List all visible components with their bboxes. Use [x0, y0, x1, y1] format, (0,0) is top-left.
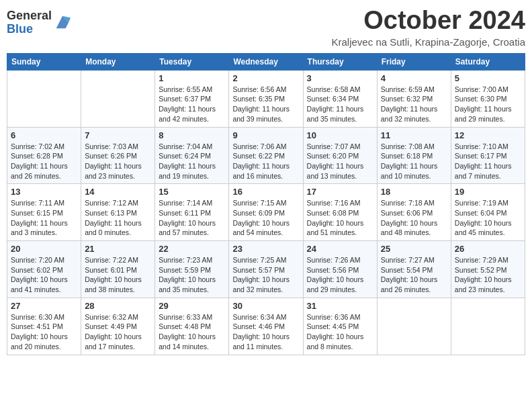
calendar-cell [81, 70, 155, 127]
day-number: 6 [11, 130, 77, 140]
calendar-cell: 21Sunrise: 7:22 AMSunset: 6:01 PMDayligh… [81, 241, 155, 298]
day-info: Sunrise: 7:06 AMSunset: 6:22 PMDaylight:… [232, 142, 299, 181]
day-info: Sunrise: 7:10 AMSunset: 6:17 PMDaylight:… [455, 142, 521, 181]
day-number: 14 [85, 187, 151, 197]
day-number: 21 [85, 244, 151, 254]
day-number: 15 [159, 187, 225, 197]
day-info: Sunrise: 7:16 AMSunset: 6:08 PMDaylight:… [307, 198, 373, 238]
day-info: Sunrise: 7:11 AMSunset: 6:15 PMDaylight:… [11, 198, 77, 238]
day-info: Sunrise: 7:04 AMSunset: 6:24 PMDaylight:… [159, 142, 225, 181]
day-info: Sunrise: 7:26 AMSunset: 5:56 PMDaylight:… [307, 255, 373, 295]
day-number: 17 [307, 187, 373, 197]
calendar-header-thursday: Thursday [303, 53, 377, 70]
day-info: Sunrise: 7:15 AMSunset: 6:09 PMDaylight:… [232, 198, 299, 238]
calendar-week-1: 1Sunrise: 6:55 AMSunset: 6:37 PMDaylight… [7, 70, 525, 127]
day-info: Sunrise: 6:36 AMSunset: 4:45 PMDaylight:… [307, 312, 373, 352]
title-section: October 2024 Kraljevec na Sutli, Krapina… [332, 7, 525, 48]
day-info: Sunrise: 7:29 AMSunset: 5:52 PMDaylight:… [455, 255, 521, 295]
calendar-cell [7, 70, 81, 127]
location-title: Kraljevec na Sutli, Krapina-Zagorje, Cro… [332, 36, 525, 48]
calendar-week-5: 27Sunrise: 6:30 AMSunset: 4:51 PMDayligh… [7, 298, 525, 355]
day-number: 20 [11, 244, 77, 254]
day-info: Sunrise: 7:23 AMSunset: 5:59 PMDaylight:… [159, 255, 225, 295]
day-number: 8 [159, 130, 225, 140]
day-number: 28 [85, 301, 151, 311]
day-number: 13 [11, 187, 77, 197]
calendar-cell: 9Sunrise: 7:06 AMSunset: 6:22 PMDaylight… [229, 127, 303, 184]
calendar-header-saturday: Saturday [451, 53, 525, 70]
calendar-week-3: 13Sunrise: 7:11 AMSunset: 6:15 PMDayligh… [7, 184, 525, 241]
day-number: 3 [307, 73, 373, 83]
day-number: 29 [159, 301, 225, 311]
day-info: Sunrise: 6:34 AMSunset: 4:46 PMDaylight:… [232, 312, 299, 352]
day-number: 10 [307, 130, 373, 140]
calendar-cell: 22Sunrise: 7:23 AMSunset: 5:59 PMDayligh… [155, 241, 229, 298]
day-info: Sunrise: 7:00 AMSunset: 6:30 PMDaylight:… [455, 85, 521, 124]
calendar-cell: 8Sunrise: 7:04 AMSunset: 6:24 PMDaylight… [155, 127, 229, 184]
day-info: Sunrise: 6:58 AMSunset: 6:34 PMDaylight:… [307, 85, 373, 124]
calendar-cell: 28Sunrise: 6:32 AMSunset: 4:49 PMDayligh… [81, 298, 155, 355]
day-info: Sunrise: 7:19 AMSunset: 6:04 PMDaylight:… [455, 198, 521, 238]
day-info: Sunrise: 7:27 AMSunset: 5:54 PMDaylight:… [381, 255, 447, 295]
day-info: Sunrise: 6:33 AMSunset: 4:48 PMDaylight:… [159, 312, 225, 352]
calendar-cell: 25Sunrise: 7:27 AMSunset: 5:54 PMDayligh… [377, 241, 451, 298]
day-number: 22 [159, 244, 225, 254]
day-number: 26 [455, 244, 521, 254]
day-info: Sunrise: 7:25 AMSunset: 5:57 PMDaylight:… [232, 255, 299, 295]
logo: General Blue [7, 9, 72, 36]
day-number: 16 [232, 187, 299, 197]
day-info: Sunrise: 6:55 AMSunset: 6:37 PMDaylight:… [159, 85, 225, 124]
calendar-cell: 24Sunrise: 7:26 AMSunset: 5:56 PMDayligh… [303, 241, 377, 298]
calendar-header-wednesday: Wednesday [229, 53, 303, 70]
logo-blue: Blue [7, 23, 52, 36]
calendar-header-sunday: Sunday [7, 53, 81, 70]
day-number: 18 [381, 187, 447, 197]
day-info: Sunrise: 6:32 AMSunset: 4:49 PMDaylight:… [85, 312, 151, 352]
calendar-cell: 11Sunrise: 7:08 AMSunset: 6:18 PMDayligh… [377, 127, 451, 184]
page-header: General Blue October 2024 Kraljevec na S… [7, 7, 525, 48]
day-info: Sunrise: 7:18 AMSunset: 6:06 PMDaylight:… [381, 198, 447, 238]
day-info: Sunrise: 7:22 AMSunset: 6:01 PMDaylight:… [85, 255, 151, 295]
day-number: 4 [381, 73, 447, 83]
calendar-cell: 30Sunrise: 6:34 AMSunset: 4:46 PMDayligh… [229, 298, 303, 355]
day-info: Sunrise: 6:59 AMSunset: 6:32 PMDaylight:… [381, 85, 447, 124]
calendar-week-4: 20Sunrise: 7:20 AMSunset: 6:02 PMDayligh… [7, 241, 525, 298]
calendar-week-2: 6Sunrise: 7:02 AMSunset: 6:28 PMDaylight… [7, 127, 525, 184]
calendar-cell: 27Sunrise: 6:30 AMSunset: 4:51 PMDayligh… [7, 298, 81, 355]
calendar-cell: 23Sunrise: 7:25 AMSunset: 5:57 PMDayligh… [229, 241, 303, 298]
calendar-cell: 20Sunrise: 7:20 AMSunset: 6:02 PMDayligh… [7, 241, 81, 298]
calendar-cell: 18Sunrise: 7:18 AMSunset: 6:06 PMDayligh… [377, 184, 451, 241]
calendar-cell: 2Sunrise: 6:56 AMSunset: 6:35 PMDaylight… [229, 70, 303, 127]
day-number: 5 [455, 73, 521, 83]
day-number: 31 [307, 301, 373, 311]
day-number: 2 [232, 73, 299, 83]
day-info: Sunrise: 7:07 AMSunset: 6:20 PMDaylight:… [307, 142, 373, 181]
day-number: 11 [381, 130, 447, 140]
calendar-cell: 15Sunrise: 7:14 AMSunset: 6:11 PMDayligh… [155, 184, 229, 241]
logo-icon [53, 13, 72, 32]
day-number: 25 [381, 244, 447, 254]
day-number: 30 [232, 301, 299, 311]
calendar-cell: 10Sunrise: 7:07 AMSunset: 6:20 PMDayligh… [303, 127, 377, 184]
calendar-header-friday: Friday [377, 53, 451, 70]
calendar-cell: 4Sunrise: 6:59 AMSunset: 6:32 PMDaylight… [377, 70, 451, 127]
day-info: Sunrise: 6:30 AMSunset: 4:51 PMDaylight:… [11, 312, 77, 352]
day-number: 23 [232, 244, 299, 254]
calendar-cell [377, 298, 451, 355]
calendar-cell: 16Sunrise: 7:15 AMSunset: 6:09 PMDayligh… [229, 184, 303, 241]
day-info: Sunrise: 7:08 AMSunset: 6:18 PMDaylight:… [381, 142, 447, 181]
day-info: Sunrise: 7:02 AMSunset: 6:28 PMDaylight:… [11, 142, 77, 181]
day-number: 1 [159, 73, 225, 83]
day-info: Sunrise: 6:56 AMSunset: 6:35 PMDaylight:… [232, 85, 299, 124]
day-number: 12 [455, 130, 521, 140]
calendar-cell: 17Sunrise: 7:16 AMSunset: 6:08 PMDayligh… [303, 184, 377, 241]
calendar-cell: 1Sunrise: 6:55 AMSunset: 6:37 PMDaylight… [155, 70, 229, 127]
calendar-cell: 12Sunrise: 7:10 AMSunset: 6:17 PMDayligh… [451, 127, 525, 184]
day-number: 24 [307, 244, 373, 254]
day-info: Sunrise: 7:12 AMSunset: 6:13 PMDaylight:… [85, 198, 151, 238]
calendar-header-row: SundayMondayTuesdayWednesdayThursdayFrid… [7, 53, 525, 70]
calendar-cell: 5Sunrise: 7:00 AMSunset: 6:30 PMDaylight… [451, 70, 525, 127]
calendar-cell: 19Sunrise: 7:19 AMSunset: 6:04 PMDayligh… [451, 184, 525, 241]
calendar-cell: 7Sunrise: 7:03 AMSunset: 6:26 PMDaylight… [81, 127, 155, 184]
day-number: 27 [11, 301, 77, 311]
